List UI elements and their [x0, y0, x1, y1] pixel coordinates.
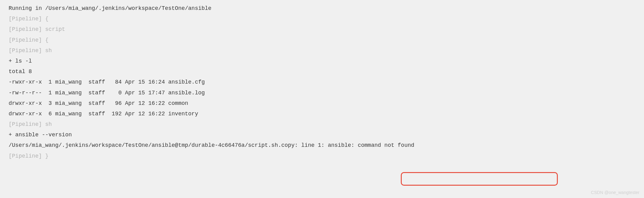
console-line: -rw-r--r-- 1 mia_wang staff 0 Apr 15 17:…	[9, 88, 635, 98]
console-line: drwxr-xr-x 3 mia_wang staff 96 Apr 12 16…	[9, 98, 635, 109]
console-line: /Users/mia_wang/.jenkins/workspace/TestO…	[9, 140, 635, 151]
console-line: [Pipeline] {	[9, 14, 635, 24]
error-highlight-box	[401, 172, 558, 186]
console-line: [Pipeline] {	[9, 35, 635, 45]
console-line: [Pipeline] sh	[9, 119, 635, 130]
console-line: + ls -l	[9, 56, 635, 66]
console-line: [Pipeline] script	[9, 24, 635, 35]
console-line: Running in /Users/mia_wang/.jenkins/work…	[9, 3, 635, 14]
console-line: -rwxr-xr-x 1 mia_wang staff 84 Apr 15 16…	[9, 77, 635, 87]
console-line: [Pipeline] }	[9, 151, 635, 161]
console-line: + ansible --version	[9, 130, 635, 140]
console-line: drwxr-xr-x 6 mia_wang staff 192 Apr 12 1…	[9, 109, 635, 119]
console-line: total 8	[9, 66, 635, 77]
console-line: [Pipeline] sh	[9, 45, 635, 56]
console-output: Running in /Users/mia_wang/.jenkins/work…	[9, 3, 635, 161]
watermark-text: CSDN @one_wangtester	[591, 188, 639, 197]
